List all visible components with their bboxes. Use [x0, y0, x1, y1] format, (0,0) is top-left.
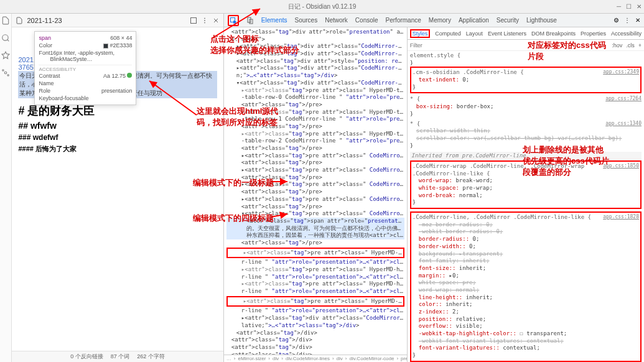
tab-console[interactable]: Console	[355, 17, 378, 24]
styles-tab-computed[interactable]: Computed	[435, 30, 461, 37]
styles-tab-layout[interactable]: Layout	[466, 30, 483, 37]
styles-filter-input[interactable]	[410, 42, 460, 49]
svg-point-0	[2, 35, 8, 40]
document-icon	[16, 17, 23, 24]
elements-tree[interactable]: <attr">class="tag">div attr">role="prese…	[224, 27, 407, 355]
inspect-element-icon[interactable]	[228, 15, 239, 26]
maximize-icon[interactable]: ☐	[626, 3, 632, 10]
styles-tab-accessibility[interactable]: Accessibility	[611, 30, 642, 37]
svg-point-3	[4, 72, 7, 74]
graph-icon[interactable]	[1, 68, 10, 77]
add-rule-icon[interactable]: +	[638, 42, 642, 49]
more-icon[interactable]	[201, 17, 208, 24]
obsidian-editor-panel: 2021-11-23 span608 × 44 Color#2E3338 Fon…	[12, 14, 223, 362]
more-vertical-icon[interactable]: ⋮	[624, 17, 630, 24]
svg-rect-6	[190, 17, 196, 23]
preview-icon[interactable]	[190, 17, 197, 24]
minimize-icon[interactable]: ─	[617, 3, 621, 10]
heading-4: #### 后悔为了大家	[18, 144, 217, 154]
devtools-close-icon[interactable]: ✕	[635, 17, 640, 24]
close-icon[interactable]: ✕	[637, 3, 642, 10]
close-tab-icon[interactable]	[212, 17, 220, 24]
window-title: 日记 - Obsidian v0.12.19	[288, 2, 357, 11]
styles-tab-styles[interactable]: Styles	[410, 29, 431, 38]
tab-sources[interactable]: Sources	[294, 17, 317, 24]
tab-lighthouse[interactable]: Lighthouse	[526, 17, 557, 24]
heading-2: ## wfwfw	[18, 121, 217, 131]
obsidian-statusbar: 0 个反向链接 87 个词 262 个字符	[12, 351, 223, 362]
document-title: 2021-11-23	[27, 17, 185, 24]
tab-elements[interactable]: Elements	[261, 17, 287, 24]
svg-point-4	[2, 70, 4, 71]
tab-memory[interactable]: Memory	[429, 17, 451, 24]
settings-icon[interactable]: ⚙	[614, 17, 619, 24]
files-icon[interactable]	[1, 16, 10, 25]
styles-rules[interactable]: element.style {}app.css:2349.cm-s-obsidi…	[408, 51, 644, 362]
svg-marker-2	[2, 52, 9, 58]
inspector-tooltip: span608 × 44 Color#2E3338 Font16px Inter…	[34, 31, 136, 105]
search-icon[interactable]	[1, 34, 10, 42]
hov-toggle[interactable]: :hov	[612, 42, 622, 49]
svg-point-7	[204, 18, 205, 19]
svg-point-5	[7, 75, 9, 76]
styles-tab-listeners[interactable]: Event Listeners	[488, 30, 526, 37]
tab-security[interactable]: Security	[497, 17, 519, 24]
tab-performance[interactable]: Performance	[386, 17, 421, 24]
devtools-panel: Elements Sources Network Console Perform…	[224, 14, 644, 362]
tab-network[interactable]: Network	[325, 17, 348, 24]
window-titlebar: 日记 - Obsidian v0.12.19 ─ ☐ ✕	[0, 0, 644, 14]
tab-application[interactable]: Application	[459, 17, 489, 24]
styles-tab-dom[interactable]: DOM Breakpoints	[531, 30, 576, 37]
obsidian-tab-header: 2021-11-23	[12, 14, 223, 27]
heading-3: ### wdefwf	[18, 133, 217, 142]
styles-tab-properties[interactable]: Properties	[581, 30, 606, 37]
cls-toggle[interactable]: .cls	[626, 42, 635, 49]
svg-point-9	[204, 22, 205, 23]
devtools-tabs: Elements Sources Network Console Perform…	[224, 14, 644, 27]
star-icon[interactable]	[1, 51, 10, 60]
svg-line-1	[7, 40, 9, 42]
elements-breadcrumb[interactable]: …›eMirror-sizer›div›div.CodeMirror-lines…	[224, 355, 407, 362]
heading-1: # 是的财务大臣	[18, 103, 217, 118]
obsidian-toolbar	[0, 14, 12, 362]
styles-sidebar: Styles Computed Layout Event Listeners D…	[407, 27, 644, 362]
device-toggle-icon[interactable]	[246, 17, 254, 24]
svg-point-8	[204, 20, 205, 21]
